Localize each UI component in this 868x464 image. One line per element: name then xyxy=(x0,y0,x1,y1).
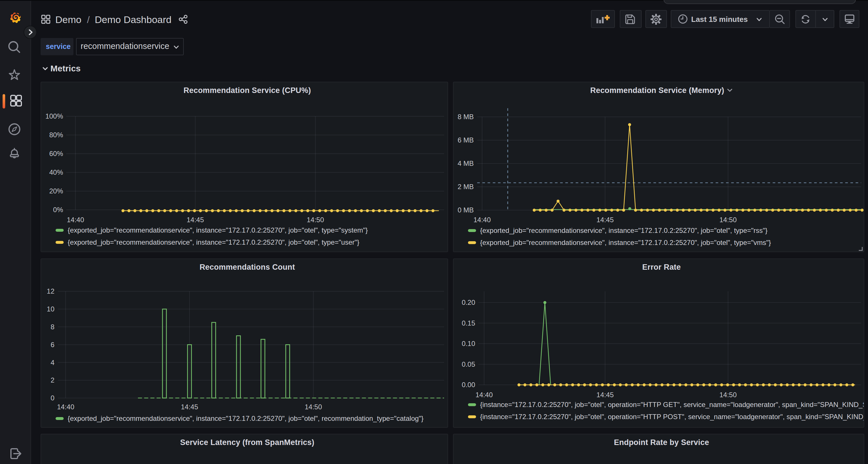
svg-text:14:40: 14:40 xyxy=(473,216,491,224)
svg-text:40%: 40% xyxy=(49,168,63,176)
svg-text:14:40: 14:40 xyxy=(67,216,84,224)
svg-text:14:50: 14:50 xyxy=(719,391,737,399)
svg-text:0.10: 0.10 xyxy=(462,340,475,347)
svg-text:4: 4 xyxy=(51,359,55,366)
svg-text:14:45: 14:45 xyxy=(596,216,614,224)
svg-text:0.05: 0.05 xyxy=(462,360,475,368)
svg-text:6: 6 xyxy=(51,341,55,349)
svg-text:2: 2 xyxy=(51,376,55,384)
svg-text:60%: 60% xyxy=(49,150,63,158)
svg-text:14:45: 14:45 xyxy=(181,403,198,411)
svg-text:{exported_job="recommendations: {exported_job="recommendationservice", i… xyxy=(480,239,771,246)
svg-text:{exported_job="recommendations: {exported_job="recommendationservice", i… xyxy=(68,238,360,246)
svg-text:{instance="172.17.0.2:25270",: {instance="172.17.0.2:25270", job="otel"… xyxy=(480,401,864,408)
svg-text:0.15: 0.15 xyxy=(462,319,475,327)
svg-text:0.00: 0.00 xyxy=(462,381,475,389)
svg-text:14:40: 14:40 xyxy=(57,403,74,411)
svg-text:14:50: 14:50 xyxy=(719,216,737,224)
svg-text:{exported_job="recommendations: {exported_job="recommendationservice", i… xyxy=(68,415,424,422)
svg-text:14:45: 14:45 xyxy=(596,391,614,399)
svg-text:6 MB: 6 MB xyxy=(458,136,474,144)
svg-text:0 MB: 0 MB xyxy=(458,206,474,214)
svg-text:{instance="172.17.0.2:25270",: {instance="172.17.0.2:25270", job="otel"… xyxy=(480,413,864,421)
svg-text:0: 0 xyxy=(51,394,55,402)
svg-text:8: 8 xyxy=(51,323,55,331)
svg-text:80%: 80% xyxy=(49,131,63,139)
svg-text:{exported_job="recommendations: {exported_job="recommendationservice", i… xyxy=(68,226,368,234)
svg-text:14:50: 14:50 xyxy=(307,216,324,224)
svg-text:14:45: 14:45 xyxy=(187,216,204,224)
svg-text:{exported_job="recommendations: {exported_job="recommendationservice", i… xyxy=(480,227,768,234)
svg-text:0.20: 0.20 xyxy=(462,298,475,306)
svg-text:20%: 20% xyxy=(49,187,63,195)
svg-text:0%: 0% xyxy=(53,206,63,213)
svg-text:2 MB: 2 MB xyxy=(458,183,474,191)
svg-text:4 MB: 4 MB xyxy=(458,160,474,167)
svg-text:14:50: 14:50 xyxy=(305,403,322,411)
svg-text:12: 12 xyxy=(46,287,55,295)
svg-text:8 MB: 8 MB xyxy=(458,113,474,121)
svg-text:100%: 100% xyxy=(45,112,63,120)
svg-text:14:40: 14:40 xyxy=(475,391,493,399)
svg-text:10: 10 xyxy=(46,305,55,313)
